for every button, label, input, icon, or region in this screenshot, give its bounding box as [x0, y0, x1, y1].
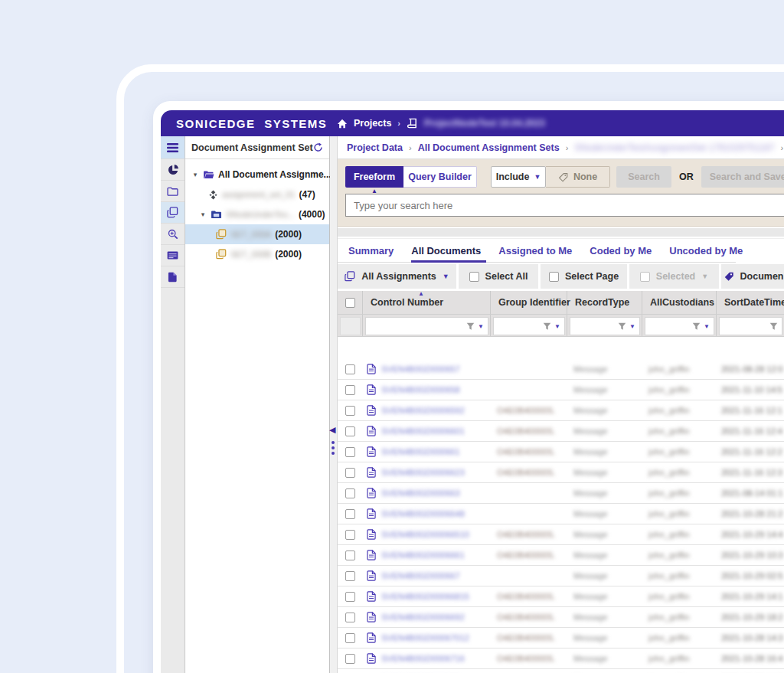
- breadcrumb-set-redacted[interactable]: SNodeUnderTestAssignmentSet 179102975118…: [574, 142, 774, 153]
- table-row[interactable]: SVEN4B0GD0006661 O4E0B40000S. Message jo…: [338, 545, 784, 566]
- table-row[interactable]: SVEN4B0GD0006592 O4E0B40000S. Message jo…: [338, 400, 784, 421]
- dashboard-button[interactable]: [161, 159, 185, 181]
- table-row[interactable]: SVEN4B0GD0006648 Message john_griffin 20…: [338, 504, 784, 524]
- menu-button[interactable]: [161, 136, 185, 159]
- document-icon: [367, 364, 376, 374]
- control-number-link-redacted[interactable]: SVEN4B0GD000663: [381, 488, 460, 498]
- filter-cell-control-number[interactable]: ▼: [363, 315, 491, 336]
- table-row[interactable]: SVEN4B0GD0006623 O4E0B40000S. Message jo…: [338, 462, 784, 483]
- filter-cell-sortdatetime[interactable]: [717, 315, 784, 336]
- filter-cell-allcustodians[interactable]: ▼: [642, 315, 717, 336]
- view-tab[interactable]: All Documents: [411, 239, 497, 263]
- row-checkbox[interactable]: [345, 447, 355, 457]
- control-number-link-redacted[interactable]: SVEN4B0GD0006648: [381, 509, 465, 518]
- search-tool-button[interactable]: [161, 224, 185, 245]
- control-number-link-redacted[interactable]: SVEN4B0GD000658: [381, 385, 460, 394]
- table-row[interactable]: SVEN4B0GD000657 Message john_griffin 202…: [338, 359, 784, 380]
- control-number-link-redacted[interactable]: SVEN4B0GD00067012: [381, 633, 469, 642]
- drag-handle[interactable]: [332, 441, 335, 455]
- control-number-link-redacted[interactable]: SVEN4B0GD0006623: [381, 468, 465, 477]
- select-page-checkbox[interactable]: [549, 272, 559, 282]
- row-checkbox[interactable]: [345, 426, 355, 436]
- row-checkbox[interactable]: [345, 592, 355, 602]
- breadcrumb-all-sets[interactable]: All Document Assignment Sets: [418, 142, 560, 153]
- table-row[interactable]: SVEN4B0GD000663 Message john_griffin 202…: [338, 483, 784, 504]
- filter-cell-recordtype[interactable]: ▼: [567, 315, 642, 336]
- row-checkbox[interactable]: [345, 385, 355, 395]
- select-all-button[interactable]: Select All: [459, 264, 538, 289]
- view-tab[interactable]: Uncoded by Me: [669, 239, 759, 263]
- query-builder-button[interactable]: Query Builder: [403, 166, 477, 188]
- tree-item-set-2000-selected[interactable]: SET_000A (2000): [185, 224, 329, 244]
- select-all-checkbox[interactable]: [469, 272, 479, 282]
- control-number-link-redacted[interactable]: SVEN4B0GD000657: [381, 364, 460, 374]
- row-checkbox[interactable]: [345, 406, 355, 416]
- control-number-link-redacted[interactable]: SVEN4B0GD00066510: [381, 530, 469, 539]
- collapse-panel-arrow[interactable]: ◀: [329, 426, 335, 433]
- filter-cell-group-identifier[interactable]: ▼: [491, 315, 567, 336]
- row-checkbox[interactable]: [345, 633, 355, 643]
- table-row[interactable]: SVEN4B0GD000658 Message john_griffin 202…: [338, 380, 784, 400]
- control-number-link-redacted[interactable]: SVEN4B0GD0006692: [381, 613, 465, 622]
- view-tab[interactable]: Assigned to Me: [498, 239, 588, 263]
- search-and-save-button[interactable]: Search and Save: [701, 166, 784, 188]
- caret-down-icon[interactable]: ▾: [199, 211, 207, 218]
- table-row[interactable]: SVEN4B0GD00066510 O4E0B40000S. Message j…: [338, 524, 784, 545]
- caret-down-icon[interactable]: ▾: [191, 171, 199, 178]
- row-checkbox[interactable]: [345, 550, 355, 560]
- view-tab[interactable]: Coded by Me: [590, 239, 668, 263]
- view-tab[interactable]: Summary: [348, 239, 410, 263]
- control-number-link-redacted[interactable]: SVEN4B0GD00066815: [381, 592, 469, 601]
- all-assignments-dropdown[interactable]: All Assignments▼: [338, 264, 456, 289]
- row-checkbox[interactable]: [345, 571, 355, 581]
- row-checkbox[interactable]: [345, 613, 355, 622]
- project-name-redacted[interactable]: ProjectNodeTest 10.04.2023: [424, 118, 545, 129]
- projects-link[interactable]: Projects: [354, 118, 391, 129]
- table-row[interactable]: SVEN4B0GD00067012 O4E0B40000S. Message j…: [338, 628, 784, 648]
- tree-item-node-4000[interactable]: ▾ SNodeUnderTes... (4000): [185, 204, 329, 224]
- column-header-sortdatetime[interactable]: SortDateTime: [717, 291, 784, 314]
- documents-tag-button[interactable]: Documen: [721, 264, 784, 289]
- control-number-link-redacted[interactable]: SVEN4B0GD0006661: [381, 550, 465, 560]
- row-checkbox[interactable]: [345, 530, 355, 540]
- assignment-sets-button[interactable]: [161, 202, 185, 224]
- include-dropdown[interactable]: Include▼: [491, 166, 546, 188]
- control-number-link-redacted[interactable]: SVEN4B0GD0006601: [381, 426, 465, 436]
- control-number-link-redacted[interactable]: SVEN4B0GD0006592: [381, 406, 465, 415]
- tree-item-all-document-assignments[interactable]: ▾ All Document Assignme...: [185, 165, 329, 185]
- column-header-control-number[interactable]: ▲ Control Number: [363, 291, 491, 314]
- column-header-recordtype[interactable]: RecordType: [567, 291, 642, 314]
- documents-button[interactable]: [161, 266, 185, 288]
- table-row[interactable]: SVEN4B0GD000672 Message john_griffin_a..…: [338, 669, 784, 673]
- select-page-button[interactable]: Select Page: [541, 264, 627, 289]
- table-row[interactable]: SVEN4B0GD000661 O4E0B40000S. Message joh…: [338, 442, 784, 462]
- home-icon[interactable]: [337, 119, 348, 129]
- table-row[interactable]: SVEN4B0GD00066815 O4E0B40000S. Message j…: [338, 586, 784, 607]
- control-number-link-redacted[interactable]: SVEN4B0GD0006716: [381, 654, 465, 663]
- table-row[interactable]: SVEN4B0GD000667 Message john_griffin 202…: [338, 566, 784, 586]
- breadcrumb-project-data[interactable]: Project Data: [347, 142, 403, 153]
- none-tag-button[interactable]: None: [546, 166, 610, 188]
- search-input[interactable]: [345, 194, 784, 217]
- refresh-icon[interactable]: [313, 142, 323, 152]
- layouts-button[interactable]: [161, 245, 185, 266]
- funnel-icon: [543, 322, 551, 331]
- row-checkbox[interactable]: [345, 654, 355, 664]
- tree-item-assignment-47[interactable]: assignment_set_01 (47): [185, 185, 329, 204]
- row-checkbox[interactable]: [345, 468, 355, 478]
- table-row[interactable]: SVEN4B0GD0006716 O4E0B40000S. Message jo…: [338, 648, 784, 669]
- row-checkbox[interactable]: [345, 488, 355, 498]
- folders-button[interactable]: [161, 181, 185, 202]
- control-number-link-redacted[interactable]: SVEN4B0GD000661: [381, 447, 460, 456]
- row-checkbox[interactable]: [345, 509, 355, 519]
- freeform-button[interactable]: Freeform ▲: [345, 166, 403, 188]
- control-number-link-redacted[interactable]: SVEN4B0GD000667: [381, 571, 460, 580]
- tree-item-set-2000[interactable]: SET_000B (2000): [185, 244, 329, 264]
- column-header-allcustodians[interactable]: AllCustodians: [642, 291, 717, 314]
- select-all-rows-checkbox[interactable]: [345, 298, 355, 308]
- search-button[interactable]: Search: [616, 166, 671, 188]
- table-row[interactable]: SVEN4B0GD0006692 O4E0B40000S. Message jo…: [338, 607, 784, 628]
- row-checkbox[interactable]: [345, 364, 355, 374]
- table-row[interactable]: SVEN4B0GD0006601 O4E0B40000S. Message jo…: [338, 421, 784, 442]
- column-header-group-identifier[interactable]: Group Identifier: [491, 291, 567, 314]
